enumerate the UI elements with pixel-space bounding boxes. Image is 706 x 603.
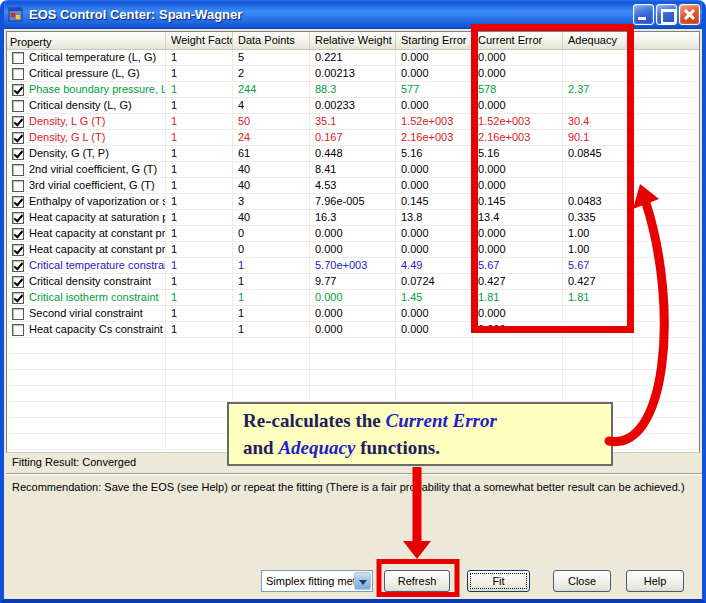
table-row[interactable]: Second virial constraint110.0000.0000.00… xyxy=(7,306,699,322)
table-row[interactable]: Heat capacity Cs constraint110.0000.0000… xyxy=(7,322,699,338)
table-row[interactable]: Phase boundary pressure, L ...124488.357… xyxy=(7,82,699,98)
cell-starting-error xyxy=(396,338,473,353)
table-row[interactable]: Enthalpy of vaporization or su...137.96e… xyxy=(7,194,699,210)
table-row[interactable]: Heat capacity at constant pr...100.0000.… xyxy=(7,242,699,258)
cell-current-error: 0.427 xyxy=(473,274,563,289)
cell-property: 3rd virial coefficient, G (T) xyxy=(7,178,166,193)
cell-adequacy: 90.1 xyxy=(563,130,633,145)
column-header-current-error[interactable]: Current Error xyxy=(473,32,563,49)
row-checkbox[interactable] xyxy=(12,84,24,96)
table-row[interactable]: 2nd virial coefficient, G (T)1408.410.00… xyxy=(7,162,699,178)
cell-filler xyxy=(633,66,699,81)
cell-filler xyxy=(633,322,699,337)
close-window-button[interactable] xyxy=(679,4,700,25)
table-row[interactable]: Critical pressure (L, G)120.002130.0000.… xyxy=(7,66,699,82)
table-row[interactable]: Critical density (L, G)140.002330.0000.0… xyxy=(7,98,699,114)
cell-relative-weight: 35.1 xyxy=(310,114,396,129)
cell-relative-weight: 0.448 xyxy=(310,146,396,161)
cell-relative-weight xyxy=(310,338,396,353)
row-checkbox[interactable] xyxy=(12,68,24,80)
property-label: Phase boundary pressure, L ... xyxy=(29,82,165,97)
cell-current-error xyxy=(473,338,563,353)
cell-filler xyxy=(633,386,699,401)
cell-filler xyxy=(633,130,699,145)
table-row[interactable]: Density, L G (T)15035.11.52e+0031.52e+00… xyxy=(7,114,699,130)
column-header-property[interactable]: Property xyxy=(7,32,166,49)
cell-property xyxy=(7,434,166,449)
row-checkbox[interactable] xyxy=(12,260,24,272)
column-header-data-points[interactable]: Data Points xyxy=(233,32,310,49)
cell-current-error: 0.000 xyxy=(473,98,563,113)
row-checkbox[interactable] xyxy=(12,212,24,224)
row-checkbox[interactable] xyxy=(12,164,24,176)
empty-row xyxy=(7,354,699,370)
cell-data-points: 1 xyxy=(233,290,310,305)
row-checkbox[interactable] xyxy=(12,196,24,208)
minimize-button[interactable] xyxy=(633,4,654,25)
refresh-button[interactable]: Refresh xyxy=(384,570,450,592)
table-row[interactable]: Critical temperature (L, G)150.2210.0000… xyxy=(7,50,699,66)
cell-adequacy: 5.67 xyxy=(563,258,633,273)
row-checkbox[interactable] xyxy=(12,276,24,288)
fitting-method-select[interactable]: Simplex fitting method xyxy=(261,570,373,592)
row-checkbox[interactable] xyxy=(12,100,24,112)
row-checkbox[interactable] xyxy=(12,116,24,128)
cell-property xyxy=(7,402,166,417)
cell-adequacy: 0.0483 xyxy=(563,194,633,209)
cell-filler xyxy=(633,370,699,385)
row-checkbox[interactable] xyxy=(12,180,24,192)
cell-relative-weight: 0.221 xyxy=(310,50,396,65)
cell-weight-factor xyxy=(166,370,233,385)
column-header-filler xyxy=(633,32,699,49)
cell-data-points xyxy=(233,386,310,401)
row-checkbox[interactable] xyxy=(12,324,24,336)
table-row[interactable]: Critical isotherm constraint110.0001.451… xyxy=(7,290,699,306)
recommendation-text: Recommendation: Save the EOS (see Help) … xyxy=(12,481,685,493)
table-row[interactable]: Density, G L (T)1240.1672.16e+0032.16e+0… xyxy=(7,130,699,146)
down-arrow-head xyxy=(403,541,431,559)
cell-filler xyxy=(633,162,699,177)
cell-current-error: 0.000 xyxy=(473,66,563,81)
row-checkbox[interactable] xyxy=(12,148,24,160)
property-label: Second virial constraint xyxy=(29,306,143,321)
table-row[interactable]: Heat capacity at constant pr...100.0000.… xyxy=(7,226,699,242)
close-button[interactable]: Close xyxy=(553,570,611,592)
property-label: Critical isotherm constraint xyxy=(29,290,159,305)
row-checkbox[interactable] xyxy=(12,244,24,256)
cell-data-points: 3 xyxy=(233,194,310,209)
property-label: Critical temperature constraint xyxy=(29,258,165,273)
cell-relative-weight xyxy=(310,386,396,401)
column-header-adequacy[interactable]: Adequacy xyxy=(563,32,633,49)
cell-starting-error: 0.000 xyxy=(396,66,473,81)
titlebar[interactable]: EOS Control Center: Span-Wagner xyxy=(0,0,706,29)
cell-filler xyxy=(633,402,699,417)
cell-filler xyxy=(633,258,699,273)
chevron-down-icon[interactable] xyxy=(354,572,371,590)
cell-weight-factor: 1 xyxy=(166,210,233,225)
row-checkbox[interactable] xyxy=(12,292,24,304)
table-row[interactable]: Critical density constraint119.770.07240… xyxy=(7,274,699,290)
row-checkbox[interactable] xyxy=(12,228,24,240)
column-header-starting-error[interactable]: Starting Error xyxy=(396,32,473,49)
maximize-button[interactable] xyxy=(656,4,677,25)
row-checkbox[interactable] xyxy=(12,308,24,320)
help-button[interactable]: Help xyxy=(626,570,684,592)
eos-control-center-window: EOS Control Center: Span-Wagner Property… xyxy=(0,0,706,603)
row-checkbox[interactable] xyxy=(12,132,24,144)
fit-button[interactable]: Fit xyxy=(467,570,530,592)
table-row[interactable]: Density, G (T, P)1610.4485.165.160.0845 xyxy=(7,146,699,162)
empty-row xyxy=(7,338,699,354)
table-row[interactable]: Heat capacity at saturation pr...14016.3… xyxy=(7,210,699,226)
column-header-relative-weight[interactable]: Relative Weight xyxy=(310,32,396,49)
cell-weight-factor xyxy=(166,354,233,369)
cell-relative-weight: 88.3 xyxy=(310,82,396,97)
column-header-weight-factor[interactable]: Weight Factor xyxy=(166,32,233,49)
cell-property: Heat capacity at constant pr... xyxy=(7,226,166,241)
cell-weight-factor: 1 xyxy=(166,50,233,65)
table-row[interactable]: Critical temperature constraint115.70e+0… xyxy=(7,258,699,274)
cell-current-error: 578 xyxy=(473,82,563,97)
row-checkbox[interactable] xyxy=(12,52,24,64)
cell-filler xyxy=(633,226,699,241)
table-row[interactable]: 3rd virial coefficient, G (T)1404.530.00… xyxy=(7,178,699,194)
empty-row xyxy=(7,386,699,402)
